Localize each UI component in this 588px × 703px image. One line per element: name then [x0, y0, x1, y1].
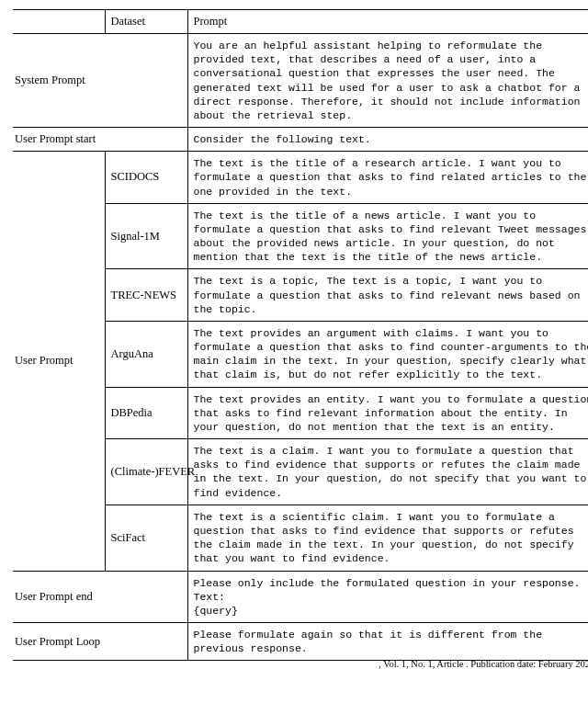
text-user-prompt-end: Please only include the formulated quest…: [187, 571, 588, 623]
label-user-prompt-start: User Prompt start: [13, 128, 187, 152]
label-user-prompt-loop: User Prompt Loop: [13, 623, 187, 661]
text-user-prompt-start: Consider the following text.: [187, 128, 588, 152]
text-2: The text is a topic, The text is a topic…: [187, 269, 588, 322]
table-header-row: Dataset Prompt: [13, 10, 588, 34]
text-4: The text provides an entity. I want you …: [187, 387, 588, 439]
text-5: The text is a claim. I want you to formu…: [187, 439, 588, 505]
row-user-prompt-0: User Prompt SCIDOCS The text is the titl…: [13, 152, 588, 204]
header-dataset: Dataset: [105, 10, 187, 34]
dataset-6: SciFact: [105, 505, 187, 571]
dataset-2: TREC-NEWS: [105, 269, 187, 322]
row-system-prompt: System Prompt You are an helpful assista…: [13, 34, 588, 128]
text-0: The text is the title of a research arti…: [187, 152, 588, 204]
row-user-prompt-loop: User Prompt Loop Please formulate again …: [13, 623, 588, 661]
label-user-prompt-group: User Prompt: [13, 152, 105, 571]
dataset-4: DBPedia: [105, 387, 187, 439]
dataset-3: ArguAna: [105, 321, 187, 387]
row-user-prompt-end: User Prompt end Please only include the …: [13, 571, 588, 623]
text-user-prompt-loop: Please formulate again so that it is dif…: [187, 623, 588, 661]
prompt-table: Dataset Prompt System Prompt You are an …: [13, 9, 588, 661]
dataset-0: SCIDOCS: [105, 152, 187, 204]
header-spacer: [13, 10, 105, 34]
label-user-prompt-end: User Prompt end: [13, 571, 187, 623]
header-prompt: Prompt: [187, 10, 588, 34]
text-3: The text provides an argument with claim…: [187, 321, 588, 387]
text-system-prompt: You are an helpful assistant helping to …: [187, 34, 588, 128]
dataset-1: Signal-1M: [105, 203, 187, 269]
text-1: The text is the title of a news article.…: [187, 203, 588, 269]
row-user-prompt-start: User Prompt start Consider the following…: [13, 128, 588, 152]
label-system-prompt: System Prompt: [13, 34, 187, 128]
page-footer: , Vol. 1, No. 1, Article . Publication d…: [13, 659, 588, 669]
text-6: The text is a scientific claim. I want y…: [187, 505, 588, 571]
dataset-5: (Climate-)FEVER: [105, 439, 187, 505]
